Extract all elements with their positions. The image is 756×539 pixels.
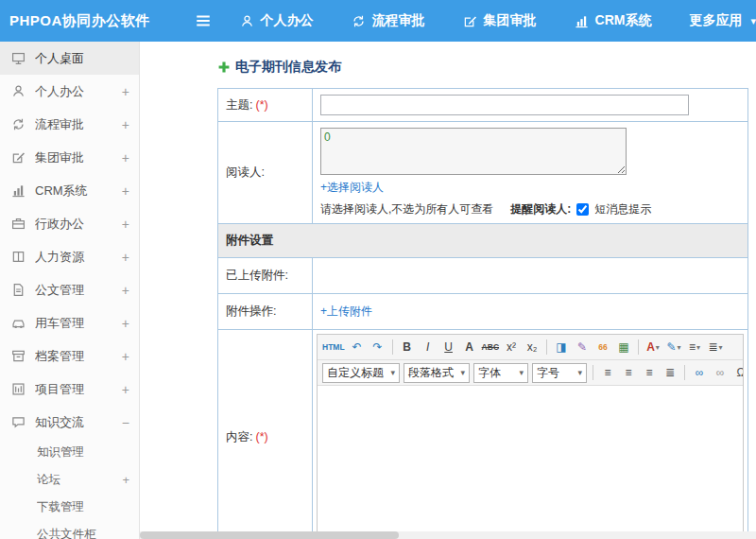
editor-button-underline[interactable]: U	[439, 338, 458, 356]
subject-input[interactable]	[320, 95, 689, 115]
expand-toggle[interactable]: +	[116, 283, 129, 298]
editor-button-anchor[interactable]: Ω	[731, 363, 743, 382]
sidebar-subitem-public-file-cabinet[interactable]: 公共文件柜	[0, 521, 139, 539]
sidebar-item-human-resources[interactable]: 人力资源 +	[0, 240, 139, 273]
sidebar-subitem-forum[interactable]: 论坛 +	[0, 466, 139, 494]
editor-format-selects: 自定义标题段落格式字体字号	[320, 363, 589, 383]
editor-select-custom-title[interactable]: 自定义标题	[322, 363, 400, 383]
expand-toggle[interactable]: +	[116, 473, 129, 487]
required-mark: (*)	[255, 430, 267, 443]
sidebar: 个人桌面 个人办公 + 流程审批 + 集团审批 + CRM系统 + 行政办公 +…	[0, 42, 140, 539]
sidebar-submenu: 知识管理 论坛 + 下载管理 公共文件柜	[0, 439, 139, 539]
sms-checkbox[interactable]	[576, 203, 589, 216]
sidebar-item-admin-office[interactable]: 行政办公 +	[0, 207, 139, 240]
sidebar-item-crm-system[interactable]: CRM系统 +	[0, 174, 139, 207]
editor-button-format-painter[interactable]: ✎	[573, 338, 592, 356]
expand-toggle[interactable]: +	[116, 150, 129, 165]
toolbar-separator	[593, 365, 593, 380]
editor-select-font-size[interactable]: 字号	[532, 363, 587, 383]
horizontal-scrollbar[interactable]	[140, 531, 756, 539]
sidebar-item-personal-office[interactable]: 个人办公 +	[0, 75, 139, 108]
scrollbar-thumb[interactable]	[140, 531, 399, 539]
uploaded-attachments-label: 已上传附件:	[226, 269, 288, 282]
editor-content-area[interactable]	[318, 386, 743, 539]
upload-attachment-link[interactable]: +上传附件	[320, 304, 372, 320]
readers-hint: 请选择阅读人,不选为所有人可查看	[320, 201, 493, 217]
dropdown-caret-icon: ▾	[750, 15, 756, 27]
expand-toggle[interactable]: +	[116, 183, 129, 199]
sidebar-subitem-knowledge-mgmt[interactable]: 知识管理	[0, 439, 139, 466]
sidebar-item-icon	[11, 117, 26, 131]
nav-item-crm-system[interactable]: CRM系统	[575, 12, 652, 29]
sidebar-item-icon	[11, 150, 26, 165]
editor-button-remove-link[interactable]: ∞	[711, 363, 730, 382]
editor-button-highlight-color[interactable]: ✎	[664, 338, 683, 356]
expand-toggle[interactable]: +	[116, 117, 129, 132]
attachment-ops-label: 附件操作:	[226, 304, 276, 318]
expand-toggle[interactable]: +	[116, 316, 129, 331]
nav-item-workflow-approval[interactable]: 流程审批	[352, 12, 425, 29]
expand-toggle[interactable]: +	[116, 217, 129, 232]
editor-select-paragraph-format[interactable]: 段落格式	[404, 363, 470, 383]
editor-button-align-center[interactable]: ≡	[619, 363, 638, 382]
expand-toggle[interactable]: +	[116, 250, 129, 265]
uploaded-attachments-value	[313, 258, 748, 294]
editor-button-redo[interactable]: ↷	[369, 338, 387, 356]
uploaded-attachments-row: 已上传附件:	[218, 258, 748, 294]
sidebar-item-icon	[11, 382, 26, 396]
main-content: 电子期刊信息发布 主题:(*) 阅读人: 0 +选择阅读人	[140, 42, 756, 539]
attachment-section-title: 附件设置	[218, 224, 748, 258]
sidebar-item-project-mgmt[interactable]: 项目管理 +	[0, 373, 139, 406]
subject-row: 主题:(*)	[218, 89, 748, 122]
expand-toggle[interactable]: +	[116, 349, 129, 364]
readers-textarea[interactable]: 0	[320, 128, 627, 175]
nav-icon	[352, 14, 366, 28]
editor-button-align-right[interactable]: ≡	[640, 363, 659, 382]
sidebar-item-archive-mgmt[interactable]: 档案管理 +	[0, 339, 139, 373]
nav-icon	[575, 14, 589, 28]
expand-toggle[interactable]: +	[116, 84, 129, 99]
nav-item-group-approval[interactable]: 集团审批	[463, 12, 537, 29]
expand-toggle[interactable]: −	[116, 415, 129, 430]
page-title: 电子期刊信息发布	[235, 59, 341, 76]
nav-icon	[240, 14, 254, 28]
sidebar-item-group-approval[interactable]: 集团审批 +	[0, 141, 139, 174]
editor-button-subscript[interactable]: x₂	[523, 338, 541, 356]
editor-button-ordered-list[interactable]: ≡	[685, 338, 704, 356]
toolbar-separator	[546, 339, 547, 355]
topbar: PHPOA协同办公软件 个人办公 流程审批 集团审批 CRM系统 更多应用 ▾	[0, 0, 756, 42]
editor-button-strikethrough[interactable]: ABC	[481, 338, 500, 356]
required-mark: (*)	[255, 98, 267, 112]
sidebar-item-workflow-approval[interactable]: 流程审批 +	[0, 108, 139, 141]
editor-button-font-style[interactable]: A	[460, 338, 479, 356]
editor-button-italic[interactable]: I	[419, 338, 438, 356]
editor-button-unordered-list[interactable]: ≣	[706, 338, 725, 356]
editor-button-html-source[interactable]: HTML	[321, 338, 346, 356]
editor-select-font-family[interactable]: 字体	[473, 363, 528, 383]
nav-item-personal-office[interactable]: 个人办公	[240, 12, 314, 29]
editor-button-blockquote[interactable]: 66	[593, 338, 612, 356]
editor-button-font-color[interactable]: A	[644, 338, 662, 356]
sidebar-item-vehicle-mgmt[interactable]: 用车管理 +	[0, 306, 139, 339]
editor-button-insert-link[interactable]: ∞	[690, 363, 709, 382]
sidebar-item-document-mgmt[interactable]: 公文管理 +	[0, 273, 139, 306]
editor-button-insert-table[interactable]: ▦	[614, 338, 633, 356]
sms-label: 短消息提示	[594, 201, 651, 217]
hamburger-icon[interactable]	[191, 9, 215, 33]
editor-button-align-justify[interactable]: ≣	[661, 363, 679, 382]
editor-button-remove-format[interactable]: ◨	[552, 338, 571, 356]
sidebar-item-icon	[11, 183, 26, 198]
sidebar-item-personal-desktop[interactable]: 个人桌面	[0, 42, 139, 75]
expand-toggle[interactable]: +	[116, 382, 129, 397]
remind-readers-label: 提醒阅读人:	[510, 201, 571, 217]
app-logo[interactable]: PHPOA协同办公软件	[0, 12, 183, 30]
editor-button-bold[interactable]: B	[398, 338, 417, 356]
editor-button-undo[interactable]: ↶	[348, 338, 367, 356]
nav-item-more-apps[interactable]: 更多应用 ▾	[689, 12, 756, 29]
editor-button-superscript[interactable]: x²	[502, 338, 521, 356]
sidebar-subitem-download-mgmt[interactable]: 下载管理	[0, 494, 139, 521]
sidebar-item-knowledge-exchange[interactable]: 知识交流 −	[0, 406, 139, 439]
select-readers-link[interactable]: +选择阅读人	[320, 180, 384, 196]
sidebar-item-icon	[11, 84, 26, 98]
editor-button-align-left[interactable]: ≡	[598, 363, 617, 382]
